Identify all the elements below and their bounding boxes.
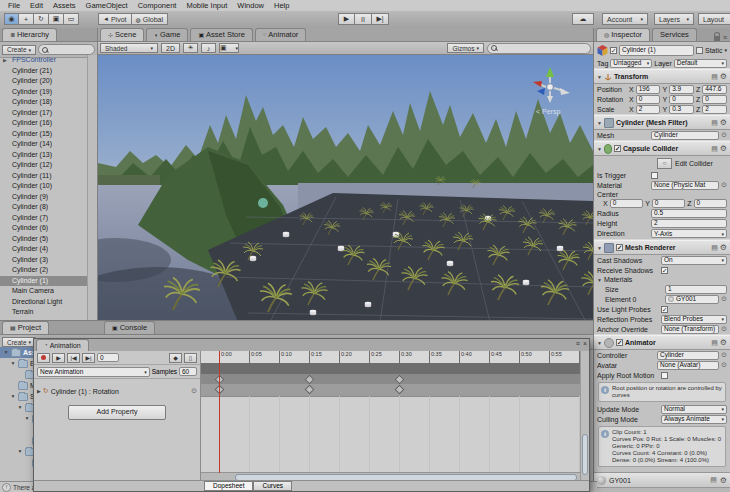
height-field[interactable]: 2 <box>651 219 727 228</box>
foldout-icon[interactable]: ▼ <box>597 120 602 126</box>
lock-icon[interactable] <box>714 36 720 41</box>
hierarchy-item[interactable]: Cylinder (1) <box>0 276 88 287</box>
rotation-x-field[interactable]: 0 <box>636 95 661 104</box>
radius-field[interactable]: 0.5 <box>651 209 727 218</box>
doc-icon[interactable]: ▤ <box>711 73 718 81</box>
object-picker-icon[interactable]: ⊙ <box>721 325 727 333</box>
gear-icon[interactable]: ⚙ <box>720 338 727 347</box>
animated-property-row[interactable]: ▶ ↻ Cylinder (1) : Rotation ⊙ <box>34 385 200 397</box>
window-menu-icon[interactable]: ≡ <box>576 340 580 347</box>
menu-gameobject[interactable]: GameObject <box>81 1 133 10</box>
gear-icon[interactable]: ⚙ <box>720 144 727 153</box>
hierarchy-item[interactable]: Cylinder (13) <box>0 150 88 161</box>
play-button[interactable]: ▶ <box>338 13 355 25</box>
cloud-services-button[interactable]: ☁ <box>572 13 594 25</box>
doc-icon[interactable]: ▤ <box>710 476 717 484</box>
avatar-field[interactable]: None (Avatar) <box>657 361 719 370</box>
tab-project[interactable]: ▤Project <box>2 321 49 334</box>
gear-icon[interactable]: ⚙ <box>720 476 727 485</box>
center-z-field[interactable]: 0 <box>694 199 727 208</box>
expand-arrow-icon[interactable]: ▼ <box>10 391 16 402</box>
tab-animator[interactable]: ⁖Animator <box>255 28 307 41</box>
tab-inspector[interactable]: ◎Inspector <box>596 28 650 41</box>
mesh-renderer-header[interactable]: ▼ ✓ Mesh Renderer ▤⚙ <box>594 240 730 255</box>
foldout-icon[interactable]: ▼ <box>597 277 602 283</box>
mesh-field[interactable]: Cylinder <box>651 131 719 140</box>
scale-tool-button[interactable]: ▣ <box>49 13 64 25</box>
hierarchy-item[interactable]: Cylinder (12) <box>0 160 88 171</box>
object-picker-icon[interactable]: ⊙ <box>721 131 727 139</box>
foldout-icon[interactable]: ▼ <box>597 74 602 80</box>
rotate-tool-button[interactable]: ↻ <box>34 13 49 25</box>
hierarchy-item[interactable]: Cylinder (5) <box>0 234 88 245</box>
object-picker-icon[interactable]: ⊙ <box>721 361 727 369</box>
hierarchy-item[interactable]: Cylinder (14) <box>0 139 88 150</box>
prev-keyframe-button[interactable]: |◀ <box>67 353 80 363</box>
apply-root-motion-checkbox[interactable] <box>661 372 668 379</box>
hierarchy-item[interactable]: Cylinder (19) <box>0 87 88 98</box>
foldout-icon[interactable]: ▼ <box>597 340 602 346</box>
expand-arrow-icon[interactable]: ▼ <box>17 446 23 457</box>
hierarchy-item[interactable]: Directional Light <box>0 297 88 308</box>
transform-header[interactable]: ▼ Transform ▤⚙ <box>594 69 730 84</box>
layers-dropdown[interactable]: Layers▾ <box>654 13 694 25</box>
scene-search-input[interactable] <box>487 43 591 54</box>
hierarchy-search-input[interactable] <box>38 44 95 55</box>
keyframe-diamond[interactable] <box>395 385 405 395</box>
reflection-probes-dropdown[interactable]: Blend Probes▾ <box>661 315 727 324</box>
hierarchy-item[interactable]: Cylinder (3) <box>0 255 88 266</box>
center-x-field[interactable]: 0 <box>610 199 643 208</box>
hierarchy-item[interactable]: Cylinder (18) <box>0 97 88 108</box>
keyframe-diamond[interactable] <box>305 385 315 395</box>
rotation-y-field[interactable]: 0 <box>669 95 694 104</box>
hand-tool-button[interactable]: ◉ <box>4 13 19 25</box>
foldout-icon[interactable]: ▼ <box>597 245 602 251</box>
position-z-field[interactable]: 447.6 <box>702 85 727 94</box>
animation-vertical-scrollbar[interactable] <box>580 351 589 481</box>
tab-services[interactable]: Services <box>652 28 697 41</box>
doc-icon[interactable]: ▤ <box>711 119 718 127</box>
project-create-button[interactable]: Create▾ <box>2 337 36 347</box>
anim-play-button[interactable]: ▶ <box>52 353 65 363</box>
menu-file[interactable]: File <box>3 1 25 10</box>
object-picker-icon[interactable]: ⊙ <box>721 351 727 359</box>
property-value-icon[interactable]: ⊙ <box>191 387 197 395</box>
tab-asset-store[interactable]: ▣Asset Store <box>190 28 252 41</box>
expand-arrow-icon[interactable]: ▼ <box>3 347 9 358</box>
physic-material-field[interactable]: None (Physic Mat <box>651 181 719 190</box>
static-checkbox[interactable] <box>696 47 703 54</box>
materials-foldout-row[interactable]: ▼ Materials <box>594 275 730 284</box>
doc-icon[interactable]: ▤ <box>711 339 718 347</box>
tab-scene[interactable]: ⊹Scene <box>100 28 144 41</box>
hierarchy-item[interactable]: Cylinder (20) <box>0 76 88 87</box>
position-x-field[interactable]: 196 <box>636 85 661 94</box>
menu-window[interactable]: Window <box>232 1 269 10</box>
static-dropdown-caret[interactable]: ▾ <box>724 47 727 53</box>
center-y-field[interactable]: 0 <box>652 199 685 208</box>
gear-icon[interactable]: ⚙ <box>720 72 727 81</box>
menu-component[interactable]: Component <box>133 1 182 10</box>
add-property-button[interactable]: Add Property <box>68 405 166 420</box>
pause-button[interactable]: II <box>355 13 372 25</box>
move-tool-button[interactable]: + <box>19 13 34 25</box>
keyframe-diamond[interactable] <box>305 375 315 385</box>
gizmos-dropdown[interactable]: Gizmos▾ <box>447 43 484 53</box>
pivot-toggle-button[interactable]: ◄Pivot <box>98 13 132 25</box>
doc-icon[interactable]: ▤ <box>711 244 718 252</box>
next-keyframe-button[interactable]: ▶| <box>82 353 95 363</box>
clip-dropdown[interactable]: New Animation▾ <box>37 367 150 377</box>
hierarchy-item[interactable]: Cylinder (16) <box>0 118 88 129</box>
culling-mode-dropdown[interactable]: Always Animate▾ <box>661 415 727 424</box>
hierarchy-item[interactable]: Cylinder (7) <box>0 213 88 224</box>
record-button[interactable] <box>37 353 50 363</box>
foldout-icon[interactable]: ▶ <box>37 388 41 394</box>
window-close-icon[interactable]: × <box>583 340 587 347</box>
element0-field[interactable]: GY001 <box>665 295 719 304</box>
tab-animation[interactable]: ◔Animation <box>36 339 89 351</box>
rotation-z-field[interactable]: 0 <box>702 95 727 104</box>
anchor-override-field[interactable]: None (Transform) <box>661 325 719 334</box>
audio-toggle-button[interactable]: ♪ <box>201 43 216 53</box>
scrollbar-thumb[interactable] <box>582 434 588 475</box>
is-trigger-checkbox[interactable] <box>651 172 658 179</box>
active-checkbox[interactable]: ✓ <box>610 47 617 54</box>
